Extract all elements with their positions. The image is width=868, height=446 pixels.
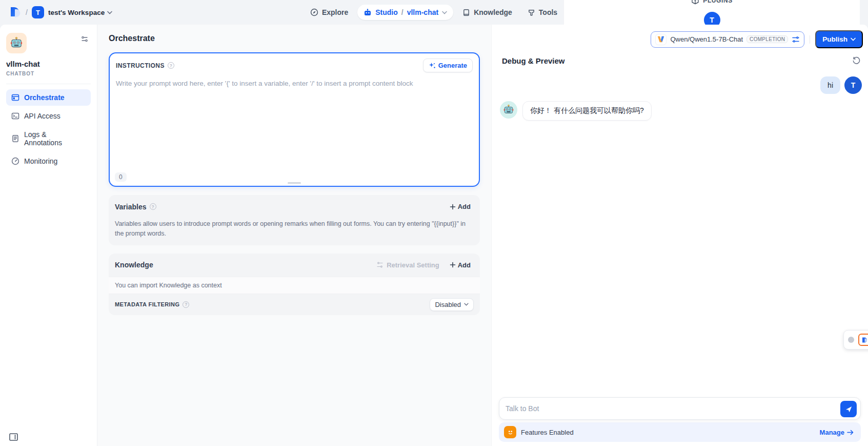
features-icon [504, 426, 516, 438]
vllm-logo [655, 34, 667, 45]
send-icon [845, 405, 853, 413]
add-label: Add [458, 203, 471, 210]
info-icon[interactable] [150, 203, 156, 210]
terminal-icon [11, 112, 19, 120]
hammer-icon [528, 9, 535, 16]
model-name: Qwen/Qwen1.5-7B-Chat [670, 35, 743, 43]
add-knowledge-button[interactable]: Add [447, 259, 474, 271]
publish-button[interactable]: Publish [815, 30, 863, 48]
workspace-chip[interactable]: T [32, 6, 44, 18]
dify-logo[interactable] [8, 6, 22, 19]
char-count-badge: 0 [115, 172, 127, 182]
robot-icon [364, 8, 372, 16]
gauge-icon [11, 157, 19, 165]
debug-preview-panel: Qwen/Qwen1.5-7B-Chat COMPLETION Publish … [491, 25, 868, 446]
nav-current-app: vllm-chat [407, 8, 438, 16]
main-nav: Explore Studio / vllm-chat Knowledge Too… [304, 5, 563, 20]
app-settings-icon[interactable] [78, 33, 91, 45]
debug-preview-title: Debug & Preview [502, 56, 565, 65]
collapse-sidebar-icon[interactable] [9, 433, 18, 441]
send-button[interactable] [840, 401, 857, 417]
nav-tools[interactable]: Tools [521, 5, 563, 20]
generate-button[interactable]: Generate [423, 59, 473, 72]
nav-explore[interactable]: Explore [304, 5, 354, 20]
user-avatar: T [844, 76, 862, 94]
variables-panel: Variables Add Variables allow users to i… [109, 195, 480, 245]
user-message: hi T [500, 76, 863, 94]
talk-to-bot-input[interactable] [506, 404, 836, 413]
arrow-right-icon [847, 430, 854, 435]
sidebar-item-monitoring[interactable]: Monitoring [6, 153, 91, 169]
plugins-button[interactable]: PLUGINS [691, 0, 733, 5]
app-name: vllm-chat [6, 60, 91, 68]
knowledge-title: Knowledge [115, 261, 153, 269]
add-label: Add [458, 261, 471, 269]
chevron-down-icon [107, 11, 112, 14]
nav-tools-label: Tools [539, 8, 557, 16]
retrieval-label: Retrieval Setting [387, 261, 439, 269]
logs-icon [11, 134, 19, 143]
bot-message-bubble: 你好！ 有什么问题我可以帮助你吗? [522, 101, 652, 121]
nav-studio-label: Studio [375, 8, 398, 16]
sidebar-item-label: Logs & Annotations [24, 130, 86, 147]
manage-label: Manage [820, 429, 844, 436]
model-mode-badge: COMPLETION [746, 35, 788, 43]
app-sidebar: vllm-chat CHATBOT Orchestrate API Access [0, 25, 97, 446]
orchestrate-panel: Orchestrate INSTRUCTIONS Generate 0 Vari… [97, 25, 491, 446]
user-message-bubble: hi [820, 76, 840, 94]
extension-icon [858, 334, 868, 346]
knowledge-description: You can import Knowledge as context [109, 277, 480, 294]
top-header: / T test's Workspace Explore Studio / vl… [0, 0, 868, 25]
sparkle-icon [429, 62, 436, 69]
orchestrate-icon [11, 93, 19, 102]
package-icon [691, 0, 699, 5]
retrieval-setting-button[interactable]: Retrieval Setting [376, 261, 439, 269]
book-icon [462, 9, 470, 16]
workspace-switcher[interactable]: test's Workspace [48, 9, 112, 16]
breadcrumb-separator: / [26, 8, 28, 16]
info-icon[interactable] [183, 301, 189, 308]
resize-handle[interactable] [288, 182, 301, 184]
chevron-down-icon [442, 11, 447, 14]
sidebar-item-label: API Access [24, 112, 60, 120]
info-icon[interactable] [168, 62, 174, 69]
sidebar-item-orchestrate[interactable]: Orchestrate [6, 89, 91, 106]
sidebar-item-logs-annotations[interactable]: Logs & Annotations [6, 126, 91, 151]
sidebar-item-api-access[interactable]: API Access [6, 108, 91, 124]
nav-knowledge[interactable]: Knowledge [456, 5, 518, 20]
retrieval-icon [376, 261, 383, 268]
chevron-down-icon [851, 37, 856, 41]
metadata-filtering-value: Disabled [435, 301, 461, 308]
add-variable-button[interactable]: Add [447, 201, 474, 212]
workbench: vllm-chat CHATBOT Orchestrate API Access [0, 25, 868, 446]
plugins-label: PLUGINS [703, 0, 733, 4]
page-title: Orchestrate [109, 34, 155, 43]
restart-conversation-icon[interactable] [852, 56, 861, 65]
knowledge-panel: Knowledge Retrieval Setting Add You can … [109, 254, 480, 315]
explore-icon [310, 8, 318, 16]
app-icon [6, 33, 27, 53]
metadata-filtering-dropdown[interactable]: Disabled [430, 298, 474, 311]
sidebar-item-label: Orchestrate [24, 93, 65, 102]
features-label: Features Enabled [521, 429, 574, 436]
nav-explore-label: Explore [322, 8, 348, 16]
manage-features-link[interactable]: Manage [820, 429, 854, 436]
metadata-filtering-title: METADATA FILTERING [115, 301, 179, 307]
nav-studio[interactable]: Studio / vllm-chat [357, 5, 453, 20]
variables-title: Variables [115, 203, 147, 211]
instructions-input[interactable] [110, 75, 479, 171]
variables-description: Variables allow users to introduce promp… [109, 218, 480, 245]
features-bar: Features Enabled Manage [499, 422, 861, 442]
model-selector[interactable]: Qwen/Qwen1.5-7B-Chat COMPLETION [651, 31, 804, 48]
instructions-panel: INSTRUCTIONS Generate 0 [109, 52, 480, 187]
bot-message: 你好！ 有什么问题我可以帮助你吗? [500, 101, 863, 121]
generate-label: Generate [438, 62, 467, 69]
sidebar-nav: Orchestrate API Access Logs & Annotation… [6, 89, 91, 169]
instructions-title: INSTRUCTIONS [116, 62, 165, 69]
sidebar-item-label: Monitoring [24, 157, 57, 165]
floating-extension-widget[interactable] [843, 330, 868, 350]
drag-dot [848, 337, 854, 343]
workspace-name: test's Workspace [48, 9, 105, 16]
app-type-badge: CHATBOT [6, 71, 91, 76]
nav-knowledge-label: Knowledge [474, 8, 512, 16]
